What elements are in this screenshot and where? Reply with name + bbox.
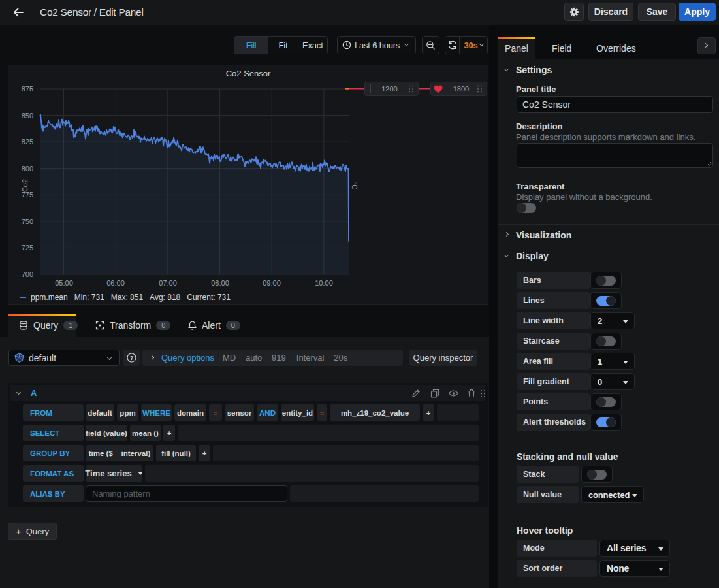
svg-text:?: ? [129, 355, 133, 361]
